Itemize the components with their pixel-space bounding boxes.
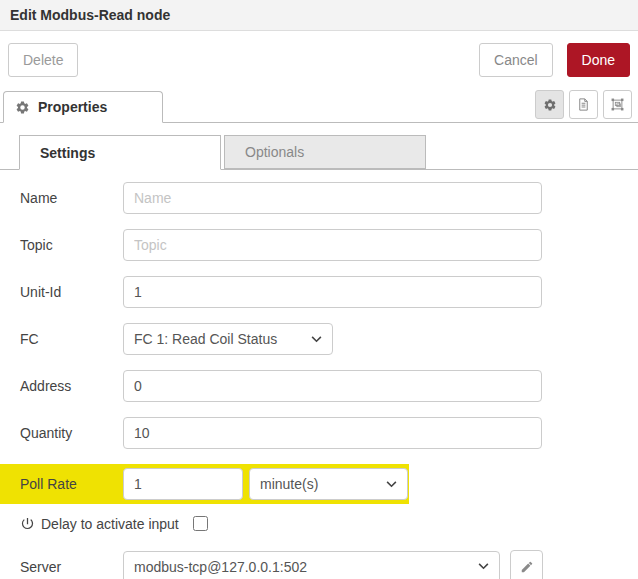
unit-id-input[interactable]	[123, 276, 542, 308]
topic-input[interactable]	[123, 229, 542, 261]
tab-settings[interactable]: Settings	[19, 135, 221, 170]
delay-row: Delay to activate input	[20, 513, 618, 534]
settings-tab-bar: Settings Optionals	[0, 135, 638, 170]
fc-select[interactable]: FC 1: Read Coil Status	[123, 323, 333, 355]
server-row: Server modbus-tcp@127.0.0.1:502	[20, 550, 618, 579]
tab-optionals[interactable]: Optionals	[224, 135, 426, 169]
name-label: Name	[20, 190, 123, 206]
poll-rate-input[interactable]	[123, 468, 243, 500]
description-icon-button[interactable]	[569, 90, 598, 119]
fc-row: FC FC 1: Read Coil Status	[20, 323, 618, 355]
quantity-row: Quantity	[20, 417, 618, 449]
appearance-icon-button[interactable]	[603, 90, 632, 119]
delete-button[interactable]: Delete	[8, 43, 78, 77]
tab-optionals-label: Optionals	[245, 144, 304, 160]
chevron-down-icon	[311, 336, 322, 343]
edit-modbus-read-dialog: Edit Modbus-Read node Delete Cancel Done…	[0, 0, 638, 579]
document-icon	[576, 97, 591, 112]
server-label: Server	[20, 559, 123, 575]
address-label: Address	[20, 378, 123, 394]
delay-checkbox[interactable]	[193, 516, 208, 531]
chevron-down-icon	[478, 563, 489, 570]
chevron-down-icon	[386, 481, 397, 488]
fc-select-value: FC 1: Read Coil Status	[134, 331, 277, 347]
fc-label: FC	[20, 331, 123, 347]
gear-icon	[15, 100, 30, 115]
delay-label: Delay to activate input	[41, 516, 179, 532]
topic-row: Topic	[20, 229, 618, 261]
poll-rate-row-highlighted: Poll Rate minute(s)	[0, 464, 409, 504]
quantity-label: Quantity	[20, 425, 123, 441]
tab-properties-label: Properties	[38, 99, 107, 115]
unit-id-label: Unit-Id	[20, 284, 123, 300]
gear-icon	[543, 98, 557, 112]
server-select[interactable]: modbus-tcp@127.0.0.1:502	[123, 551, 500, 579]
quantity-input[interactable]	[123, 417, 542, 449]
dialog-button-row: Delete Cancel Done	[0, 31, 638, 85]
done-button[interactable]: Done	[567, 43, 630, 77]
dialog-title: Edit Modbus-Read node	[10, 7, 170, 23]
cancel-button[interactable]: Cancel	[479, 43, 553, 77]
name-row: Name	[20, 182, 618, 214]
server-select-value: modbus-tcp@127.0.0.1:502	[134, 559, 307, 575]
tab-settings-label: Settings	[40, 145, 95, 161]
properties-icon-button[interactable]	[535, 90, 564, 119]
topic-label: Topic	[20, 237, 123, 253]
pencil-icon	[520, 560, 534, 574]
tab-properties[interactable]: Properties	[3, 91, 163, 123]
address-input[interactable]	[123, 370, 542, 402]
poll-rate-unit-value: minute(s)	[260, 476, 318, 492]
address-row: Address	[20, 370, 618, 402]
settings-form: Name Topic Unit-Id FC FC 1: Read Coil St…	[0, 170, 638, 579]
power-icon	[20, 516, 35, 531]
dialog-actions: Cancel Done	[479, 43, 630, 77]
poll-rate-label: Poll Rate	[20, 476, 123, 492]
edit-server-button[interactable]	[510, 550, 543, 579]
editor-tab-strip: Properties	[0, 90, 638, 123]
unit-id-row: Unit-Id	[20, 276, 618, 308]
editor-icon-buttons	[535, 90, 632, 119]
appearance-frame-icon	[610, 97, 625, 112]
dialog-header: Edit Modbus-Read node	[0, 0, 638, 31]
poll-rate-unit-select[interactable]: minute(s)	[249, 468, 408, 500]
name-input[interactable]	[123, 182, 542, 214]
